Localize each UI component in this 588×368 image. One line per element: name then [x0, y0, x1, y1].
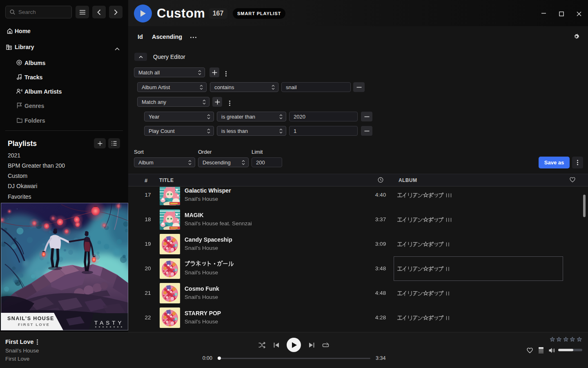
svg-text:FIRST LOVE: FIRST LOVE — [18, 322, 50, 327]
svg-text:SNAIL’S HOUSE: SNAIL’S HOUSE — [7, 316, 54, 321]
svg-text:TASTY: TASTY — [94, 320, 124, 326]
